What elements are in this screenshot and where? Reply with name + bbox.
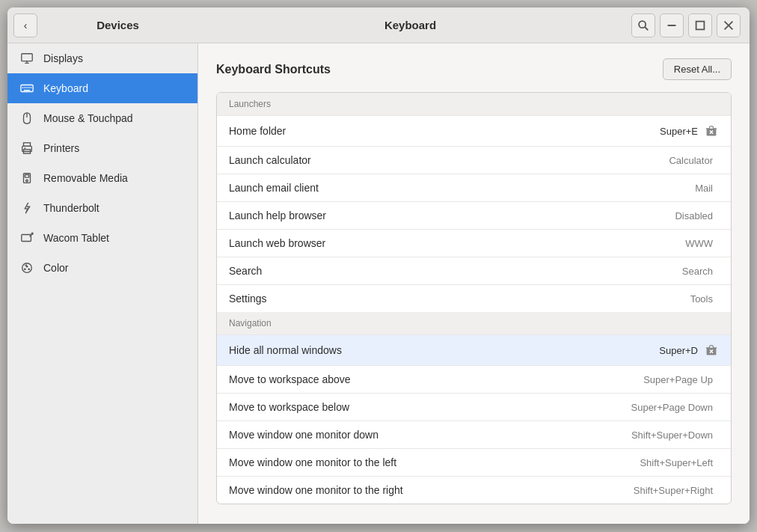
sidebar-item-removable[interactable]: Removable Media [7, 163, 197, 193]
shortcut-name: Launch help browser [229, 210, 675, 221]
shortcut-window-monitor-right[interactable]: Move window one monitor to the right Shi… [217, 476, 731, 504]
reset-all-button[interactable]: Reset All... [663, 58, 732, 80]
svg-point-26 [31, 233, 33, 234]
shortcut-workspace-below[interactable]: Move to workspace below Super+Page Down [217, 393, 731, 421]
wacom-label: Wacom Tablet [43, 232, 109, 244]
titlebar: ‹ Devices Keyboard [7, 7, 750, 43]
shortcut-key: Super+Page Down [631, 402, 714, 413]
svg-rect-3 [696, 21, 705, 29]
shortcut-key: Calculator [669, 155, 713, 166]
thunderbolt-icon [19, 201, 34, 215]
shortcut-name: Settings [229, 293, 690, 305]
sidebar: Displays Keyboard [7, 43, 198, 524]
shortcut-name: Move window one monitor to the left [229, 456, 640, 468]
shortcut-launch-calculator[interactable]: Launch calculator Calculator [217, 146, 731, 174]
svg-point-23 [26, 180, 28, 182]
shortcut-hide-windows[interactable]: Hide all normal windows Super+D [217, 334, 731, 365]
page-title: Keyboard Shortcuts [216, 63, 331, 76]
shortcut-settings[interactable]: Settings Tools [217, 284, 731, 312]
shortcut-name: Launch web browser [229, 237, 685, 249]
shortcut-name: Hide all normal windows [229, 344, 659, 356]
shortcut-window-monitor-down[interactable]: Move window one monitor down Shift+Super… [217, 421, 731, 448]
svg-point-0 [639, 21, 646, 28]
color-label: Color [43, 262, 68, 274]
shortcut-key: Mail [695, 183, 713, 194]
sidebar-item-mouse[interactable]: Mouse & Touchpad [7, 103, 197, 133]
shortcut-key: Disabled [675, 210, 713, 221]
shortcut-workspace-above[interactable]: Move to workspace above Super+Page Up [217, 365, 731, 393]
search-button[interactable] [631, 13, 655, 37]
mouse-label: Mouse & Touchpad [43, 112, 133, 124]
shortcut-name: Move to workspace below [229, 401, 631, 413]
wacom-icon [19, 230, 34, 245]
svg-rect-22 [25, 175, 28, 178]
titlebar-right [622, 13, 750, 37]
svg-rect-6 [22, 54, 32, 61]
printers-label: Printers [43, 142, 79, 154]
printer-icon [19, 141, 34, 156]
delete-shortcut-icon[interactable] [704, 343, 719, 358]
minimize-icon [665, 19, 678, 32]
search-icon [637, 19, 650, 32]
content-header: Keyboard Shortcuts Reset All... [216, 58, 732, 80]
removable-label: Removable Media [43, 172, 128, 184]
sidebar-item-color[interactable]: Color [7, 253, 197, 283]
sidebar-item-displays[interactable]: Displays [7, 43, 197, 73]
sidebar-item-keyboard[interactable]: Keyboard [7, 73, 197, 103]
shortcut-name: Move window one monitor down [229, 429, 631, 441]
shortcut-key: Super+E [660, 126, 698, 137]
launchers-section-header: Launchers [217, 93, 731, 115]
keyboard-icon [19, 81, 34, 96]
maximize-icon [693, 19, 707, 32]
shortcut-name: Launch calculator [229, 154, 669, 166]
content-area: Displays Keyboard [7, 43, 750, 524]
shortcut-home-folder[interactable]: Home folder Super+E [217, 115, 731, 146]
shortcut-key: Shift+Super+Down [631, 429, 713, 441]
delete-shortcut-icon[interactable] [704, 123, 719, 138]
thunderbolt-label: Thunderbolt [43, 202, 99, 214]
mouse-icon [19, 111, 34, 126]
shortcut-search[interactable]: Search Search [217, 257, 731, 284]
close-button[interactable] [717, 13, 741, 37]
svg-point-28 [24, 268, 26, 270]
removable-icon [19, 171, 34, 186]
shortcut-launch-help[interactable]: Launch help browser Disabled [217, 201, 731, 229]
shortcut-key: Shift+Super+Right [634, 485, 713, 496]
close-icon [722, 19, 735, 32]
shortcut-name: Move to workspace above [229, 373, 643, 385]
sidebar-title: Devices [43, 19, 192, 31]
displays-label: Displays [43, 52, 83, 64]
back-button[interactable]: ‹ [13, 13, 37, 37]
svg-rect-24 [22, 235, 31, 242]
shortcut-window-monitor-left[interactable]: Move window one monitor to the left Shif… [217, 448, 731, 476]
minimize-button[interactable] [660, 13, 684, 37]
shortcut-name: Move window one monitor to the right [229, 484, 634, 496]
shortcut-key: WWW [685, 238, 713, 249]
shortcut-key: Super+D [659, 345, 698, 356]
main-window: ‹ Devices Keyboard [7, 7, 750, 524]
sidebar-item-wacom[interactable]: Wacom Tablet [7, 223, 197, 253]
sidebar-item-printers[interactable]: Printers [7, 133, 197, 163]
window-title: Keyboard [198, 19, 622, 31]
shortcut-launch-web[interactable]: Launch web browser WWW [217, 229, 731, 257]
maximize-button[interactable] [688, 13, 712, 37]
keyboard-label: Keyboard [43, 82, 88, 94]
shortcut-name: Search [229, 265, 682, 277]
shortcut-key: Tools [690, 293, 713, 305]
displays-icon [19, 51, 34, 66]
titlebar-left: ‹ Devices [7, 13, 198, 37]
shortcut-key: Shift+Super+Left [640, 457, 713, 468]
shortcut-launch-email[interactable]: Launch email client Mail [217, 174, 731, 201]
svg-line-1 [645, 27, 648, 30]
shortcut-name: Home folder [229, 125, 660, 137]
shortcut-key: Super+Page Up [643, 374, 713, 385]
color-icon [19, 260, 34, 275]
svg-point-29 [28, 268, 30, 270]
shortcut-name: Launch email client [229, 182, 695, 194]
navigation-section-header: Navigation [217, 312, 731, 334]
shortcut-key: Search [682, 266, 713, 277]
sidebar-item-thunderbolt[interactable]: Thunderbolt [7, 193, 197, 223]
main-content: Keyboard Shortcuts Reset All... Launcher… [198, 43, 750, 524]
svg-point-30 [26, 266, 28, 268]
shortcuts-table: Launchers Home folder Super+E Launch cal… [216, 92, 732, 504]
